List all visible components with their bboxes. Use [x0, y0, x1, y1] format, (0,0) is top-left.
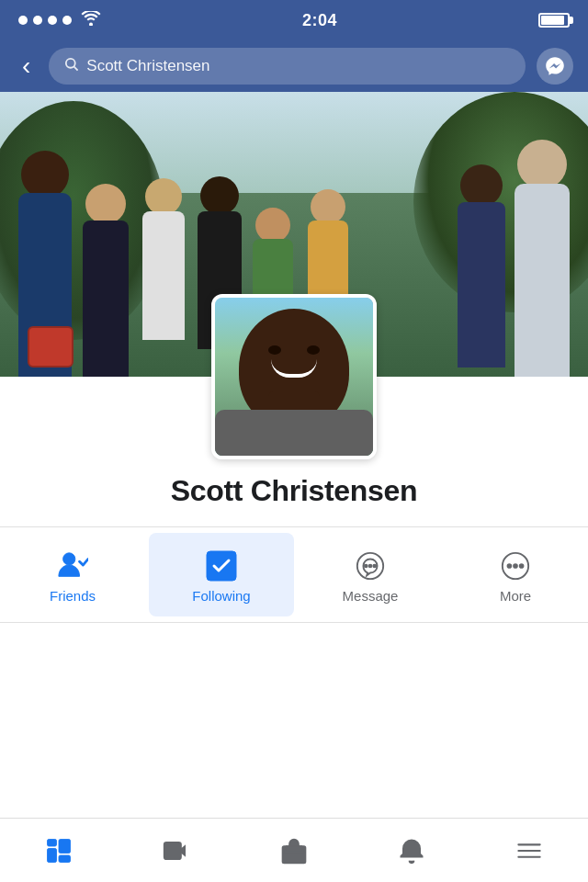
svg-point-9 [508, 564, 512, 568]
friends-icon [56, 549, 89, 582]
search-text: Scott Christensen [86, 57, 209, 75]
battery-icon [538, 13, 570, 28]
status-time: 2:04 [302, 11, 337, 30]
svg-point-2 [63, 553, 75, 565]
action-buttons-row: Friends Following [0, 527, 588, 623]
bottom-nav [0, 818, 588, 882]
battery-area [538, 13, 570, 28]
messenger-button[interactable] [537, 48, 573, 85]
friends-label: Friends [50, 588, 96, 604]
bottom-nav-menu[interactable] [502, 823, 557, 878]
friends-button[interactable]: Friends [0, 527, 145, 622]
more-icon [499, 549, 532, 582]
more-button[interactable]: More [443, 527, 588, 622]
profile-photo [211, 294, 377, 459]
following-button[interactable]: Following [149, 533, 294, 616]
svg-point-7 [373, 565, 376, 568]
svg-point-10 [514, 564, 517, 568]
message-icon [354, 549, 387, 582]
signal-dot-2 [33, 16, 42, 25]
following-label: Following [192, 588, 250, 604]
message-label: Message [343, 588, 399, 604]
signal-dot-3 [48, 16, 57, 25]
more-label: More [500, 588, 531, 604]
svg-point-6 [369, 565, 372, 568]
following-icon [205, 549, 238, 582]
profile-photo-wrapper [211, 294, 377, 459]
search-icon [63, 56, 79, 76]
profile-section: Scott Christensen Friends [0, 377, 588, 645]
svg-line-1 [74, 67, 78, 71]
svg-rect-13 [48, 848, 57, 862]
svg-rect-16 [164, 842, 181, 858]
signal-area [18, 11, 101, 30]
svg-rect-12 [48, 839, 57, 846]
bottom-nav-video[interactable] [149, 823, 204, 878]
bottom-nav-notifications[interactable] [384, 823, 439, 878]
bottom-nav-home[interactable] [31, 823, 86, 878]
cooler-prop [28, 326, 74, 368]
wifi-icon [81, 11, 101, 30]
svg-point-0 [66, 59, 75, 68]
nav-bar: ‹ Scott Christensen [0, 40, 588, 92]
svg-rect-14 [59, 839, 71, 853]
bottom-nav-marketplace[interactable] [266, 823, 322, 878]
profile-name: Scott Christensen [171, 474, 418, 508]
status-bar: 2:04 [0, 0, 588, 40]
back-button[interactable]: ‹ [15, 48, 38, 85]
message-button[interactable]: Message [298, 527, 443, 622]
signal-dot-4 [62, 16, 72, 25]
svg-rect-15 [59, 855, 71, 863]
search-bar[interactable]: Scott Christensen [49, 48, 526, 85]
svg-point-11 [520, 564, 524, 568]
signal-dot-1 [18, 16, 28, 25]
svg-point-5 [365, 565, 368, 568]
